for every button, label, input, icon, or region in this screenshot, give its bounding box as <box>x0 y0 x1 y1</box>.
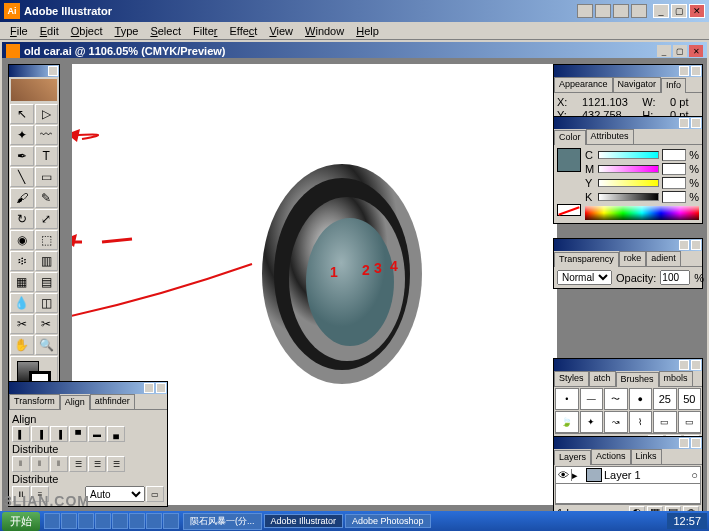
layer-row[interactable]: 👁 ▸ Layer 1 ○ <box>555 466 701 484</box>
panel-close-icon[interactable] <box>691 66 701 76</box>
menu-view[interactable]: View <box>263 25 299 37</box>
k-slider[interactable] <box>598 193 659 201</box>
ql-icon[interactable] <box>44 513 60 529</box>
tab-transform[interactable]: Transform <box>9 394 60 409</box>
ql-icon[interactable] <box>163 513 179 529</box>
align-vcenter-icon[interactable]: ▬ <box>88 426 106 442</box>
tab-actions[interactable]: Actions <box>591 449 631 464</box>
menu-file[interactable]: FFileile <box>4 25 34 37</box>
tab-navigator[interactable]: Navigator <box>613 77 662 92</box>
panel-close-icon[interactable] <box>691 240 701 250</box>
selection-tool[interactable]: ↖ <box>10 104 34 124</box>
blend-tool[interactable]: ◫ <box>35 293 59 313</box>
paintbrush-tool[interactable]: 🖌 <box>10 188 34 208</box>
tab-swatch[interactable]: atch <box>589 371 616 386</box>
pen-tool[interactable]: ✒ <box>10 146 34 166</box>
taskbar-item[interactable]: Adobe Illustrator <box>264 514 344 528</box>
brush-item[interactable]: ⌇ <box>629 411 653 433</box>
menu-window[interactable]: Window <box>299 25 350 37</box>
panel-menu-icon[interactable] <box>679 118 689 128</box>
brush-item[interactable]: ● <box>629 388 653 410</box>
tab-attributes[interactable]: Attributes <box>586 129 634 144</box>
minimize-button[interactable]: _ <box>653 4 669 18</box>
align-right-icon[interactable]: ▐ <box>50 426 68 442</box>
ql-icon[interactable] <box>146 513 162 529</box>
align-bottom-icon[interactable]: ▄ <box>107 426 125 442</box>
direct-selection-tool[interactable]: ▷ <box>35 104 59 124</box>
align-top-icon[interactable]: ▀ <box>69 426 87 442</box>
spacing-select[interactable]: Auto <box>85 486 145 502</box>
line-tool[interactable]: ╲ <box>10 167 34 187</box>
menu-effect[interactable]: Effect <box>223 25 263 37</box>
ext-icon[interactable] <box>577 4 593 18</box>
rectangle-tool[interactable]: ▭ <box>35 167 59 187</box>
doc-minimize-button[interactable]: _ <box>657 45 671 57</box>
doc-close-button[interactable]: ✕ <box>689 45 703 57</box>
panel-close-icon[interactable] <box>691 360 701 370</box>
hand-tool[interactable]: ✋ <box>10 335 34 355</box>
align-hcenter-icon[interactable]: ▐ <box>31 426 49 442</box>
lasso-tool[interactable]: 〰 <box>35 125 59 145</box>
m-input[interactable] <box>662 163 686 175</box>
magic-wand-tool[interactable]: ✦ <box>10 125 34 145</box>
m-slider[interactable] <box>598 165 659 173</box>
tab-appearance[interactable]: Appearance <box>554 77 613 92</box>
tab-pathfinder[interactable]: athfinder <box>90 394 135 409</box>
align-left-icon[interactable]: ▌ <box>12 426 30 442</box>
brush-item[interactable]: 50 <box>678 388 702 410</box>
menu-type[interactable]: Type <box>109 25 145 37</box>
system-clock[interactable]: 12:57 <box>667 513 707 529</box>
taskbar-item[interactable]: 陨石风暴一(分... <box>183 513 262 530</box>
brush-item[interactable]: ✦ <box>580 411 604 433</box>
panel-menu-icon[interactable] <box>679 438 689 448</box>
brush-item[interactable]: ↝ <box>604 411 628 433</box>
panel-menu-icon[interactable] <box>679 240 689 250</box>
tab-brushes[interactable]: Brushes <box>616 372 659 387</box>
tab-links[interactable]: Links <box>631 449 662 464</box>
y-input[interactable] <box>662 177 686 189</box>
menu-edit[interactable]: Edit <box>34 25 65 37</box>
brush-item[interactable]: • <box>555 388 579 410</box>
tab-align[interactable]: Align <box>60 395 90 410</box>
panel-close-icon[interactable] <box>691 438 701 448</box>
dist-icon[interactable]: ☰ <box>69 456 87 472</box>
toolbox-close-icon[interactable] <box>48 66 58 76</box>
ql-icon[interactable] <box>112 513 128 529</box>
tab-gradient[interactable]: adient <box>646 251 681 266</box>
dist-icon[interactable]: ☰ <box>88 456 106 472</box>
dist-icon[interactable]: ⫴ <box>31 456 49 472</box>
none-swatch[interactable] <box>557 204 581 216</box>
slice-tool[interactable]: ✂ <box>10 314 34 334</box>
c-slider[interactable] <box>598 151 659 159</box>
menu-filter[interactable]: Filter <box>187 25 223 37</box>
tab-transparency[interactable]: Transparency <box>554 252 619 267</box>
ext-icon[interactable] <box>613 4 629 18</box>
brush-item[interactable]: 🍃 <box>555 411 579 433</box>
spectrum-picker[interactable] <box>585 206 699 220</box>
c-input[interactable] <box>662 149 686 161</box>
ql-icon[interactable] <box>95 513 111 529</box>
tab-color[interactable]: Color <box>554 130 586 145</box>
dist-icon[interactable]: ⫴ <box>50 456 68 472</box>
type-tool[interactable]: T <box>35 146 59 166</box>
brush-item[interactable]: 25 <box>653 388 677 410</box>
dist-icon[interactable]: ⫴ <box>12 456 30 472</box>
dist-icon[interactable]: ☰ <box>107 456 125 472</box>
doc-maximize-button[interactable]: ▢ <box>673 45 687 57</box>
gradient-tool[interactable]: ▤ <box>35 272 59 292</box>
panel-menu-icon[interactable] <box>144 383 154 393</box>
free-transform-tool[interactable]: ⬚ <box>35 230 59 250</box>
ql-icon[interactable] <box>78 513 94 529</box>
eyedropper-tool[interactable]: 💧 <box>10 293 34 313</box>
symbol-sprayer-tool[interactable]: ፨ <box>10 251 34 271</box>
menu-help[interactable]: Help <box>350 25 385 37</box>
panel-close-icon[interactable] <box>156 383 166 393</box>
maximize-button[interactable]: ▢ <box>671 4 687 18</box>
tab-layers[interactable]: Layers <box>554 450 591 465</box>
brush-item[interactable]: 〜 <box>604 388 628 410</box>
visibility-icon[interactable]: 👁 <box>556 469 572 481</box>
panel-close-icon[interactable] <box>691 118 701 128</box>
opacity-input[interactable] <box>660 270 690 285</box>
mesh-tool[interactable]: ▦ <box>10 272 34 292</box>
menu-object[interactable]: Object <box>65 25 109 37</box>
